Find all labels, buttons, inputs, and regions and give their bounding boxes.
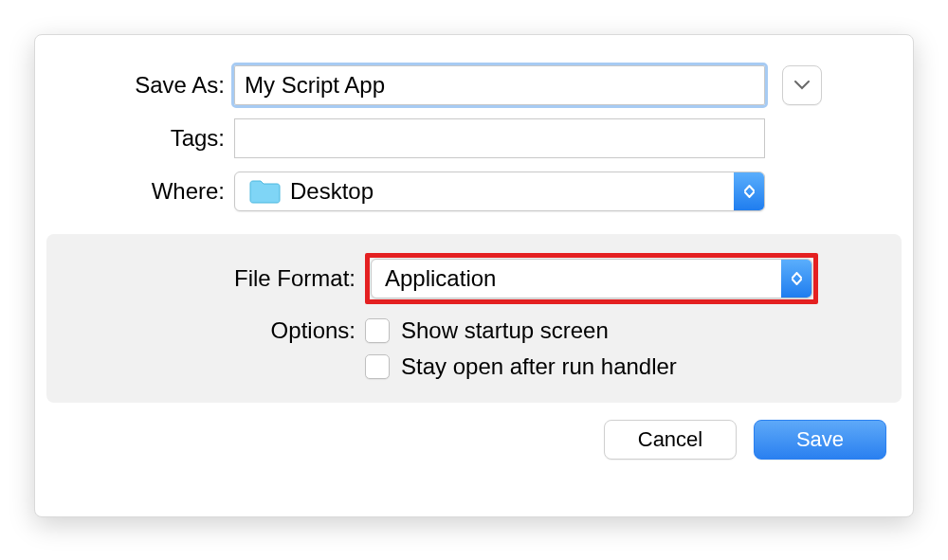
- where-label: Where:: [35, 178, 234, 205]
- save-as-row: Save As:: [35, 65, 913, 105]
- where-dropdown[interactable]: Desktop: [234, 172, 765, 211]
- cancel-button[interactable]: Cancel: [604, 420, 737, 460]
- options-panel: File Format: Application Options: Show s…: [46, 234, 902, 403]
- stepper-icon: [734, 172, 764, 210]
- file-format-value: Application: [372, 265, 781, 292]
- where-row: Where: Desktop: [35, 172, 913, 211]
- stepper-icon: [781, 260, 811, 298]
- tags-row: Tags:: [35, 118, 913, 158]
- options-label: Options:: [71, 317, 365, 344]
- options-row: Options: Show startup screen Stay open a…: [71, 317, 877, 380]
- options-checkbox-group: Show startup screen Stay open after run …: [365, 317, 677, 380]
- save-as-label: Save As:: [35, 72, 234, 99]
- folder-icon: [248, 179, 281, 204]
- save-button[interactable]: Save: [754, 420, 886, 460]
- file-format-dropdown[interactable]: Application: [371, 259, 812, 298]
- dialog-footer: Cancel Save: [35, 403, 913, 460]
- save-as-input[interactable]: [234, 65, 765, 105]
- stay-open-option: Stay open after run handler: [365, 353, 677, 380]
- stay-open-checkbox[interactable]: [365, 354, 390, 379]
- show-startup-checkbox[interactable]: [365, 318, 390, 343]
- expand-dialog-button[interactable]: [782, 65, 822, 105]
- file-format-highlight: Application: [365, 253, 818, 304]
- file-format-row: File Format: Application: [71, 253, 877, 304]
- chevron-down-icon: [794, 81, 810, 90]
- file-format-label: File Format:: [71, 265, 365, 292]
- show-startup-option: Show startup screen: [365, 317, 677, 344]
- stay-open-label: Stay open after run handler: [401, 353, 677, 380]
- show-startup-label: Show startup screen: [401, 317, 609, 344]
- tags-label: Tags:: [35, 125, 234, 152]
- tags-input[interactable]: [234, 118, 765, 158]
- where-value: Desktop: [290, 178, 734, 205]
- save-dialog: Save As: Tags: Where: Desktop File Forma…: [34, 34, 914, 517]
